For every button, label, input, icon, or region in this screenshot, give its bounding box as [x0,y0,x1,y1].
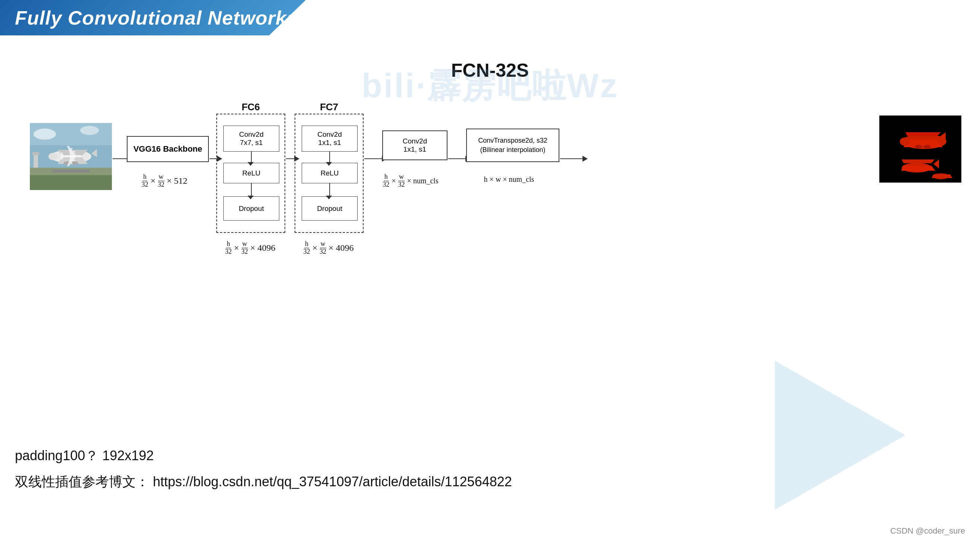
svg-rect-16 [879,116,961,182]
svg-point-22 [915,145,922,149]
fc7-group: FC7 Conv2d1x1, s1 ReLU Dropout [294,114,364,233]
conv-standalone-box: Conv2d1x1, s1 [382,130,447,160]
svg-point-11 [48,153,57,160]
network-diagram: VGG16 Backbone h32 × w32 × 512 FC6 Conv2… [15,104,965,283]
svg-point-2 [33,128,56,140]
fc6-dropout: Dropout [223,197,279,220]
arrow-to-output [560,156,588,162]
fc7-relu: ReLU [302,163,358,183]
svg-rect-15 [32,152,39,155]
svg-marker-29 [932,174,952,178]
output-image [879,116,961,182]
dim-fc7: h32 × w32 × 4096 [282,240,375,255]
airplane-photo [30,123,112,190]
dim-vgg: h32 × w32 × 512 [123,173,205,189]
input-image [30,123,112,190]
fc6-conv: Conv2d7x7, s1 [223,125,279,152]
svg-rect-6 [52,170,89,173]
fc7-conv: Conv2d1x1, s1 [302,125,358,152]
svg-marker-19 [905,132,941,136]
svg-point-3 [80,126,99,135]
fc6-group: FC6 Conv2d7x7, s1 ReLU Dropout [216,114,285,233]
svg-marker-26 [902,160,934,163]
fc6-label: FC6 [242,101,260,113]
svg-point-13 [71,161,78,165]
header-banner: Fully Convolutional Networks [0,0,306,35]
dim-conv-standalone: h32 × w32 × num_cls [366,173,455,189]
page-title: Fully Convolutional Networks [15,7,298,29]
output-svg [879,116,961,182]
svg-marker-25 [901,166,935,171]
svg-marker-9 [58,150,88,156]
svg-rect-5 [30,175,112,190]
dim-convtranspose: h × w × num_cls [461,175,557,184]
airplane-svg [30,123,112,190]
svg-point-23 [923,145,931,149]
svg-marker-8 [58,157,88,164]
svg-point-12 [64,161,71,165]
bottom-text-2: 双线性插值参考博文： https://blog.csdn.net/qq_3754… [15,473,512,491]
csdn-credit: CSDN @coder_sure [890,526,965,536]
main-content: bili·霹雳吧啦Wz FCN-32S [0,45,980,547]
fc7-label: FC7 [320,101,338,113]
convtranspose-box: ConvTranspose2d, s32(Bilinear interpolat… [466,128,559,162]
fc7-dropout: Dropout [302,197,358,220]
fc6-relu: ReLU [223,163,279,183]
fcn-title: FCN-32S [0,60,980,81]
bottom-text-1: padding100？ 192x192 [15,447,154,465]
deco-triangle [775,361,905,510]
vgg-box: VGG16 Backbone [127,136,209,162]
svg-point-21 [900,138,910,146]
